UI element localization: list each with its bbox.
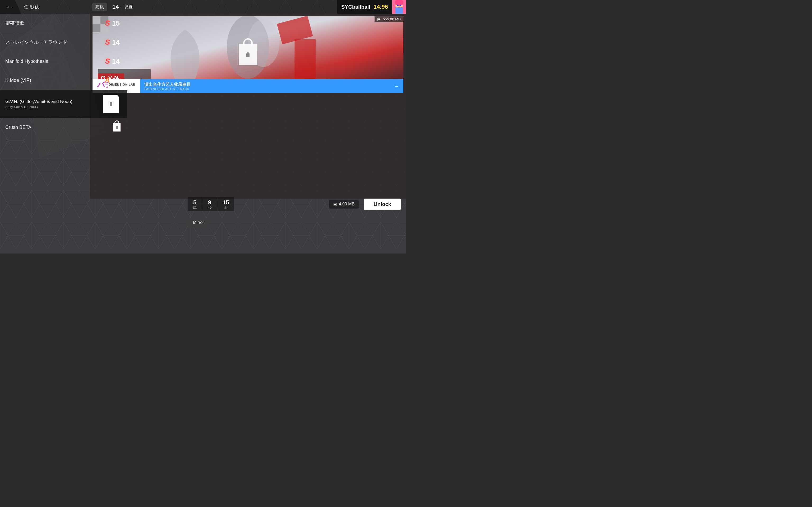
diff-number-2: 14 [112, 57, 121, 65]
back-icon: ← [6, 3, 12, 10]
diff-tab-ez[interactable]: 5 EZ [188, 197, 202, 211]
memory-info: ▣ 555.86 MB [374, 16, 403, 22]
top-right-user: SYCballball 14.96 [337, 0, 406, 14]
diff-tab-hd[interactable]: 9 HD [202, 197, 217, 211]
lock-icon-selected [100, 92, 121, 116]
unlock-button[interactable]: Unlock [364, 199, 401, 210]
list-item[interactable]: 聖夜讃歌 S 15 [0, 14, 127, 33]
song-name-1: ストレイソウル・アラウンド [5, 39, 105, 45]
diff-letter-2: S [105, 57, 110, 65]
lock-keyhole-small [116, 126, 118, 129]
list-item[interactable]: K.Moe (VIP) A 15 [0, 71, 127, 90]
album-lock-keyhole [246, 52, 250, 57]
user-avatar[interactable] [392, 0, 406, 14]
list-item[interactable]: Manifold Hypothesis S 14 [0, 52, 127, 71]
album-lock-body [239, 44, 257, 65]
file-size-icon: ▣ [333, 202, 337, 206]
svg-point-19 [397, 4, 399, 6]
partnered-banner: バデ DIMENSION LAB ACG MUSIC FESTIVAL 演出合作… [93, 79, 403, 93]
username-text: SYCballball [341, 4, 370, 10]
lock-icon-small-5 [112, 122, 121, 132]
song-list: 聖夜讃歌 S 15 ストレイソウル・アラウンド S 14 Manifold Hy… [0, 14, 127, 137]
album-art: G.V.N. バデ DIMENSION LAB [93, 16, 403, 93]
sort-label: 任 默认 [24, 4, 39, 10]
lock-body-small [113, 123, 120, 131]
diff-number-0: 15 [112, 19, 121, 27]
random-area: 随机 14 设置 [92, 3, 133, 11]
partnered-info-area: 演出合作方艺人收录曲目 PARTNERED ARTIST TRACK → [140, 79, 403, 93]
diff-tab-ez-label: EZ [193, 206, 197, 209]
song-name-2: Manifold Hypothesis [5, 59, 105, 64]
selected-song-names: G.V.N. (Glitter,Vomitus and Neon) Salty … [5, 99, 100, 109]
partnered-text-block: 演出合作方艺人收录曲目 PARTNERED ARTIST TRACK [144, 82, 191, 91]
lock-shackle-large [107, 90, 115, 96]
top-center-controls: 任 默认 [24, 4, 39, 10]
song-name-4: G.V.N. (Glitter,Vomitus and Neon) [5, 99, 100, 104]
diff-tab-in-label: IN [222, 206, 229, 209]
album-lock-overlay [239, 44, 257, 65]
avatar-image [392, 0, 406, 14]
file-size-text: 4.00 MB [339, 202, 355, 207]
song-name-3: K.Moe (VIP) [5, 78, 105, 83]
diff-letter-3: A [105, 76, 110, 84]
song-count: 14 [112, 3, 119, 10]
partnered-arrow-icon[interactable]: → [394, 83, 399, 89]
partnered-en-text: PARTNERED ARTIST TRACK [144, 88, 191, 91]
file-size-area: ▣ 4.00 MB [329, 200, 359, 209]
song-name-5: Crush BETA [5, 125, 112, 130]
random-button[interactable]: 随机 [92, 3, 107, 11]
mirror-button[interactable]: Mirror [188, 218, 209, 227]
diff-letter-0: S [105, 19, 110, 27]
memory-icon: ▣ [377, 17, 380, 21]
list-item-selected[interactable]: G.V.N. (Glitter,Vomitus and Neon) Salty … [0, 90, 127, 118]
diff-tab-in-num: 15 [222, 199, 229, 206]
svg-point-20 [400, 4, 401, 6]
difficulty-tabs: 5 EZ 9 HD 15 IN [188, 197, 234, 211]
diff-tab-hd-num: 9 [207, 199, 212, 206]
bottom-controls: 5 EZ 9 HD 15 IN ▣ 4.00 MB Unlock [183, 197, 406, 211]
album-lock-shackle [243, 38, 253, 46]
user-level: 14.96 [373, 3, 388, 10]
diff-number-1: 14 [112, 38, 121, 47]
diff-number-3: 15 [112, 76, 121, 84]
diff-letter-1: S [105, 38, 110, 47]
diff-tab-hd-label: HD [207, 206, 212, 209]
song-name-0: 聖夜讃歌 [5, 20, 105, 26]
list-item[interactable]: Crush BETA [0, 118, 127, 137]
song-detail-panel: G.V.N. バデ DIMENSION LAB [90, 14, 406, 253]
svg-rect-15 [395, 7, 403, 14]
diff-tab-ez-num: 5 [193, 199, 197, 206]
top-bar: ← 任 默认 随机 14 设置 SYCballball 14.96 [0, 0, 406, 14]
song-artist-4: Salty Salt & Unfold33 [5, 105, 100, 109]
user-info: SYCballball 14.96 [337, 0, 392, 14]
diff-tab-in[interactable]: 15 IN [217, 197, 234, 211]
lock-body-large [103, 95, 119, 113]
lock-shackle-small [114, 120, 119, 124]
lock-keyhole [110, 102, 112, 106]
list-item[interactable]: ストレイソウル・アラウンド S 14 [0, 33, 127, 52]
memory-size: 555.86 MB [383, 17, 401, 21]
partnered-cn-text: 演出合作方艺人收录曲目 [144, 82, 191, 88]
back-button[interactable]: ← [0, 0, 21, 14]
settings-label[interactable]: 设置 [124, 4, 133, 10]
